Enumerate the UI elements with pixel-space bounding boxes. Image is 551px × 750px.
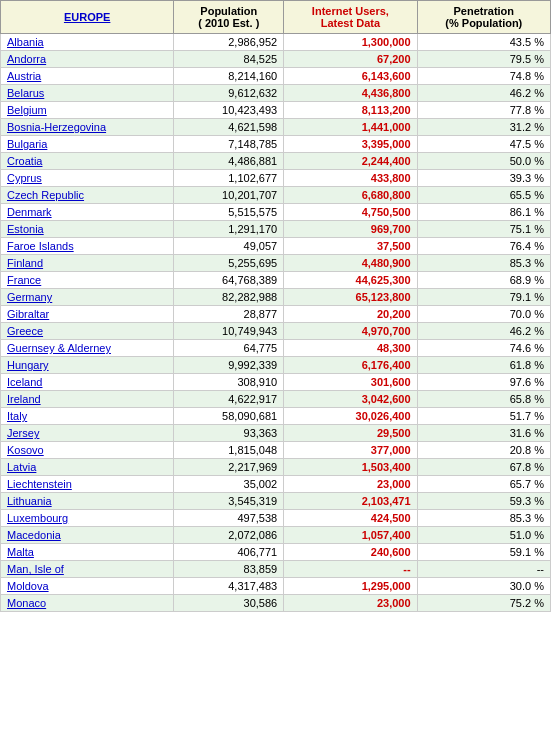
internet-users-cell: 4,480,900 [284,255,417,272]
internet-users-cell: 1,503,400 [284,459,417,476]
country-link[interactable]: Jersey [1,425,174,442]
country-link[interactable]: Bosnia-Herzegovina [1,119,174,136]
population-cell: 2,217,969 [174,459,284,476]
penetration-cell: 59.1 % [417,544,550,561]
table-row: Gibraltar28,87720,20070.0 % [1,306,551,323]
internet-users-cell: 8,113,200 [284,102,417,119]
penetration-cell: 70.0 % [417,306,550,323]
internet-users-cell: 23,000 [284,595,417,612]
population-cell: 84,525 [174,51,284,68]
internet-users-cell: 6,176,400 [284,357,417,374]
penetration-cell: -- [417,561,550,578]
country-link[interactable]: Iceland [1,374,174,391]
internet-header: Internet Users,Latest Data [284,1,417,34]
table-row: Denmark5,515,5754,750,50086.1 % [1,204,551,221]
country-link[interactable]: Belgium [1,102,174,119]
country-link[interactable]: Macedonia [1,527,174,544]
internet-users-cell: 1,295,000 [284,578,417,595]
population-cell: 10,201,707 [174,187,284,204]
country-link[interactable]: Finland [1,255,174,272]
country-link[interactable]: Faroe Islands [1,238,174,255]
penetration-cell: 86.1 % [417,204,550,221]
population-cell: 9,992,339 [174,357,284,374]
country-link[interactable]: Man, Isle of [1,561,174,578]
penetration-cell: 46.2 % [417,85,550,102]
table-row: Austria8,214,1606,143,60074.8 % [1,68,551,85]
country-link[interactable]: Albania [1,34,174,51]
table-row: Estonia1,291,170969,70075.1 % [1,221,551,238]
country-link[interactable]: Moldova [1,578,174,595]
penetration-header: Penetration(% Population) [417,1,550,34]
table-row: Belgium10,423,4938,113,20077.8 % [1,102,551,119]
internet-users-cell: 37,500 [284,238,417,255]
country-link[interactable]: Liechtenstein [1,476,174,493]
country-link[interactable]: Denmark [1,204,174,221]
country-link[interactable]: Czech Republic [1,187,174,204]
population-cell: 83,859 [174,561,284,578]
table-row: Andorra84,52567,20079.5 % [1,51,551,68]
country-link[interactable]: Lithuania [1,493,174,510]
country-link[interactable]: Austria [1,68,174,85]
country-link[interactable]: Malta [1,544,174,561]
country-link[interactable]: Italy [1,408,174,425]
population-cell: 64,775 [174,340,284,357]
country-link[interactable]: Luxembourg [1,510,174,527]
population-cell: 497,538 [174,510,284,527]
table-row: Czech Republic10,201,7076,680,80065.5 % [1,187,551,204]
table-row: Faroe Islands49,05737,50076.4 % [1,238,551,255]
internet-users-cell: 20,200 [284,306,417,323]
country-link[interactable]: Germany [1,289,174,306]
country-link[interactable]: Latvia [1,459,174,476]
country-link[interactable]: Belarus [1,85,174,102]
country-link[interactable]: Ireland [1,391,174,408]
penetration-cell: 43.5 % [417,34,550,51]
table-row: Italy58,090,68130,026,40051.7 % [1,408,551,425]
internet-users-cell: 67,200 [284,51,417,68]
internet-users-cell: 65,123,800 [284,289,417,306]
population-cell: 93,363 [174,425,284,442]
table-row: Lithuania3,545,3192,103,47159.3 % [1,493,551,510]
penetration-cell: 50.0 % [417,153,550,170]
country-link[interactable]: Gibraltar [1,306,174,323]
country-link[interactable]: Andorra [1,51,174,68]
country-link[interactable]: Kosovo [1,442,174,459]
penetration-cell: 65.8 % [417,391,550,408]
penetration-cell: 74.8 % [417,68,550,85]
table-row: Liechtenstein35,00223,00065.7 % [1,476,551,493]
table-row: Bulgaria7,148,7853,395,00047.5 % [1,136,551,153]
country-link[interactable]: Greece [1,323,174,340]
country-link[interactable]: Guernsey & Alderney [1,340,174,357]
penetration-cell: 20.8 % [417,442,550,459]
table-row: Bosnia-Herzegovina4,621,5981,441,00031.2… [1,119,551,136]
penetration-cell: 47.5 % [417,136,550,153]
internet-users-cell: 1,441,000 [284,119,417,136]
population-cell: 28,877 [174,306,284,323]
country-link[interactable]: Monaco [1,595,174,612]
population-cell: 2,072,086 [174,527,284,544]
europe-header[interactable]: EUROPE [1,1,174,34]
population-header: Population( 2010 Est. ) [174,1,284,34]
penetration-cell: 39.3 % [417,170,550,187]
penetration-cell: 46.2 % [417,323,550,340]
country-link[interactable]: Estonia [1,221,174,238]
table-row: Hungary9,992,3396,176,40061.8 % [1,357,551,374]
country-link[interactable]: France [1,272,174,289]
country-link[interactable]: Bulgaria [1,136,174,153]
internet-users-cell: 23,000 [284,476,417,493]
table-row: Finland5,255,6954,480,90085.3 % [1,255,551,272]
population-cell: 30,586 [174,595,284,612]
country-link[interactable]: Hungary [1,357,174,374]
penetration-cell: 51.7 % [417,408,550,425]
table-row: Man, Isle of83,859---- [1,561,551,578]
internet-users-cell: 29,500 [284,425,417,442]
population-cell: 1,291,170 [174,221,284,238]
internet-users-cell: 6,143,600 [284,68,417,85]
table-row: Luxembourg497,538424,50085.3 % [1,510,551,527]
table-row: France64,768,38944,625,30068.9 % [1,272,551,289]
penetration-cell: 31.2 % [417,119,550,136]
penetration-cell: 31.6 % [417,425,550,442]
population-cell: 64,768,389 [174,272,284,289]
country-link[interactable]: Croatia [1,153,174,170]
penetration-cell: 65.5 % [417,187,550,204]
country-link[interactable]: Cyprus [1,170,174,187]
